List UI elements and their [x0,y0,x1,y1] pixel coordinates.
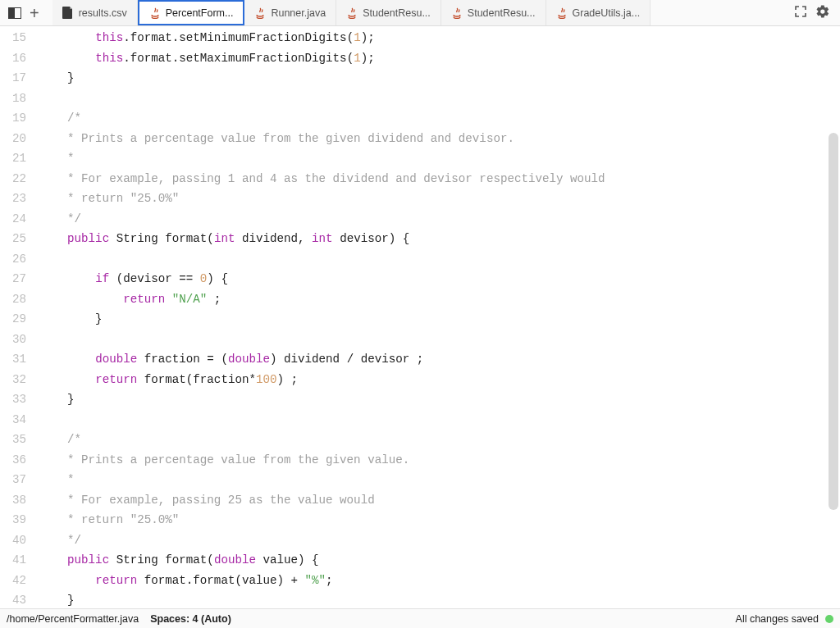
files-panel-icon[interactable] [8,7,21,19]
code-area[interactable]: this.format.setMinimumFractionDigits(1);… [33,26,840,608]
line-number: 39 [0,510,26,530]
java-file-icon [451,7,463,19]
code-line [39,330,840,350]
code-line [39,249,840,270]
line-number: 36 [0,450,26,471]
java-file-icon [149,7,161,19]
line-number: 27 [0,269,26,289]
editor[interactable]: 1516171819202122232425262728293031323334… [0,26,840,608]
code-line: * Prints a percentage value from the giv… [39,129,840,149]
line-number: 37 [0,470,26,490]
code-line: /* [39,108,840,129]
code-line: /* [39,430,840,450]
code-line: public String format(int dividend, int d… [39,229,840,249]
code-line: * For example, passing 1 and 4 as the di… [39,169,840,189]
indentation-setting[interactable]: Spaces: 4 (Auto) [150,613,231,625]
code-line: */ [39,530,840,551]
tab-5[interactable]: GradeUtils.ja... [546,0,651,25]
code-line: * return "25.0%" [39,189,840,209]
code-line [39,89,840,109]
line-number: 19 [0,108,26,129]
tab-3[interactable]: StudentResu... [336,0,441,25]
line-number: 30 [0,330,26,350]
tabbar-left: + [3,5,48,21]
line-number: 21 [0,148,26,169]
save-status-dot [825,615,833,623]
save-status-text: All changes saved [736,613,819,625]
line-number: 32 [0,370,26,390]
tab-1[interactable]: PercentForm... [138,0,245,25]
scrollbar-thumb[interactable] [829,133,838,510]
code-line: * return "25.0%" [39,510,840,530]
line-number: 15 [0,28,26,48]
code-line: return format.format(value) + "%"; [39,571,840,591]
new-tab-button[interactable]: + [26,5,43,21]
line-number: 23 [0,189,26,209]
fullscreen-icon[interactable] [794,5,807,21]
line-number: 28 [0,289,26,310]
svg-rect-1 [15,8,21,18]
tab-label: PercentForm... [166,7,234,19]
code-line: if (devisor == 0) { [39,269,840,289]
code-line: double fraction = (double) dividend / de… [39,349,840,370]
code-line: */ [39,209,840,230]
code-line: } [39,590,840,608]
code-line: this.format.setMaximumFractionDigits(1); [39,48,840,69]
line-number: 35 [0,430,26,450]
line-number: 43 [0,590,26,608]
java-file-icon [346,7,358,19]
code-line: * [39,470,840,490]
tab-bar: + results.csvPercentForm...Runner.javaSt… [0,0,840,26]
code-line: return "N/A" ; [39,289,840,310]
line-gutter: 1516171819202122232425262728293031323334… [0,26,33,608]
code-line: this.format.setMinimumFractionDigits(1); [39,28,840,48]
tab-label: StudentResu... [363,7,431,19]
tab-2[interactable]: Runner.java [244,0,336,25]
code-line: return format(fraction*100) ; [39,370,840,390]
code-line: } [39,309,840,330]
java-file-icon [254,7,266,19]
line-number: 34 [0,410,26,430]
code-line: } [39,389,840,410]
line-number: 25 [0,229,26,249]
line-number: 38 [0,490,26,511]
line-number: 18 [0,89,26,109]
line-number: 24 [0,209,26,230]
tabs-container: results.csvPercentForm...Runner.javaStud… [52,0,788,25]
tab-0[interactable]: results.csv [52,0,138,25]
code-line: * [39,148,840,169]
line-number: 26 [0,249,26,270]
tabbar-right [788,4,837,22]
code-line: * For example, passing 25 as the value w… [39,490,840,511]
line-number: 40 [0,530,26,551]
java-file-icon [556,7,568,19]
code-line: * Prints a percentage value from the giv… [39,450,840,471]
line-number: 17 [0,68,26,89]
status-bar: /home/PercentFormatter.java Spaces: 4 (A… [0,608,840,628]
code-line: public String format(double value) { [39,550,840,571]
line-number: 16 [0,48,26,69]
tab-label: results.csv [79,7,127,19]
line-number: 31 [0,349,26,370]
tab-4[interactable]: StudentResu... [441,0,546,25]
code-line [39,410,840,430]
tab-label: Runner.java [271,7,326,19]
tab-label: StudentResu... [468,7,536,19]
file-path[interactable]: /home/PercentFormatter.java [7,613,139,625]
line-number: 29 [0,309,26,330]
line-number: 41 [0,550,26,571]
line-number: 42 [0,571,26,591]
line-number: 33 [0,389,26,410]
code-line: } [39,68,840,89]
tab-label: GradeUtils.ja... [573,7,641,19]
line-number: 20 [0,129,26,149]
csv-file-icon [62,7,74,19]
line-number: 22 [0,169,26,189]
settings-icon[interactable] [815,4,830,22]
